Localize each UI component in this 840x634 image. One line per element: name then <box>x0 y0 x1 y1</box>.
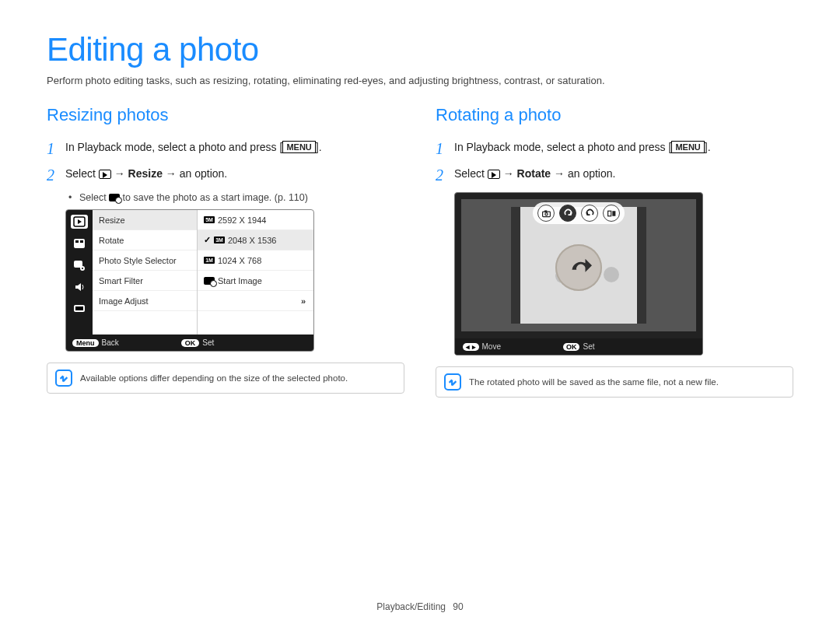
step-number: 2 <box>47 166 65 184</box>
toolbar-camera-icon[interactable] <box>537 205 555 222</box>
menu-button-label: MENU <box>282 141 315 153</box>
step-text: Select → Rotate → an option. <box>454 166 615 182</box>
column-rotating: Rotating a photo 1 In Playback mode, sel… <box>436 105 793 398</box>
svg-rect-8 <box>542 212 550 217</box>
section-title-resizing: Resizing photos <box>47 105 404 125</box>
svg-rect-11 <box>607 211 611 216</box>
move-pill: ◂ ▸ <box>463 343 479 351</box>
note-text: Available options differ depending on th… <box>80 373 348 383</box>
screenshot-footer: ◂ ▸Move OKSet <box>455 338 702 355</box>
size-tag-icon: 5M <box>204 216 215 223</box>
photo-thumbnail <box>520 207 637 324</box>
sub-bullet-start-image: • Select to save the photo as a start im… <box>68 192 404 203</box>
step-number: 2 <box>436 166 454 184</box>
size-option-3m[interactable]: ✓ 3M 2048 X 1536 <box>198 230 313 250</box>
arrow-separator: → <box>500 167 517 180</box>
menu-button-label: MENU <box>671 141 704 153</box>
step-text-prefix: In Playback mode, select a photo and pre… <box>454 141 671 153</box>
menu-item-resize[interactable]: Resize <box>93 210 197 230</box>
menu-pill: Menu <box>72 339 99 347</box>
column-resizing: Resizing photos 1 In Playback mode, sele… <box>47 105 404 398</box>
size-option-start-image[interactable]: Start Image <box>198 271 313 291</box>
size-option-5m[interactable]: 5M 2592 X 1944 <box>198 210 313 230</box>
footer-set-label: Set <box>202 338 214 347</box>
more-glyph: » <box>301 296 306 306</box>
page-intro: Perform photo editing tasks, such as res… <box>47 75 793 86</box>
step-text-prefix: Select <box>65 167 99 180</box>
step-text: In Playback mode, select a photo and pre… <box>65 139 322 156</box>
toolbar-undo-icon[interactable] <box>581 205 598 222</box>
svg-rect-7 <box>75 306 83 310</box>
section-title-rotating: Rotating a photo <box>436 105 793 125</box>
footer-move-label: Move <box>482 342 501 351</box>
playback-icon <box>99 170 111 179</box>
footer-set-label: Set <box>583 342 594 351</box>
size-tag-icon: 3M <box>214 236 225 243</box>
step-text-prefix: Select <box>454 167 488 180</box>
playback-icon <box>488 170 500 179</box>
bullet-dot: • <box>68 192 72 203</box>
check-icon: ✓ <box>204 235 211 245</box>
step-text-suffix: → an option. <box>163 167 227 180</box>
step-text-suffix: ]. <box>705 141 711 153</box>
svg-point-9 <box>544 212 547 215</box>
footer-page-number: 90 <box>453 601 463 612</box>
menu-item-photo-style[interactable]: Photo Style Selector <box>93 250 197 271</box>
size-label: 2048 X 1536 <box>228 236 276 245</box>
svg-rect-3 <box>80 240 83 243</box>
menu-options-list: Resize Rotate Photo Style Selector Smart… <box>93 210 198 335</box>
screenshot-footer: MenuBack OKSet <box>66 335 313 351</box>
sidebar-multishow-icon[interactable] <box>71 236 88 250</box>
footer-section-label: Playback/Editing <box>376 601 446 612</box>
step-text: Select → Resize → an option. <box>65 166 227 182</box>
note-box-resize: Available options differ depending on th… <box>47 363 404 394</box>
step-text-suffix: → an option. <box>551 167 615 180</box>
menu-item-smart-filter[interactable]: Smart Filter <box>93 271 197 291</box>
svg-rect-10 <box>544 210 547 212</box>
sidebar-icons <box>66 210 93 335</box>
toolbar-rotate-right-icon[interactable] <box>559 205 576 222</box>
page-footer: Playback/Editing 90 <box>0 601 840 612</box>
screenshot-rotate-preview: ◂ ▸Move OKSet <box>454 192 703 356</box>
step-number: 1 <box>47 139 65 158</box>
svg-rect-2 <box>75 240 79 243</box>
footer-back: MenuBack <box>72 338 119 347</box>
arrow-separator: → <box>111 167 128 180</box>
note-box-rotate: The rotated photo will be saved as the s… <box>436 366 793 398</box>
sub-bullet-suffix: to save the photo as a start image. (p. … <box>120 192 308 203</box>
size-tag-icon: 1M <box>204 257 215 264</box>
size-option-1m[interactable]: 1M 1024 X 768 <box>198 250 313 271</box>
footer-set: OKSet <box>563 342 595 351</box>
size-label: 1024 X 768 <box>218 256 261 265</box>
note-text: The rotated photo will be saved as the s… <box>469 377 719 387</box>
step-2-rotate: 2 Select → Rotate → an option. <box>436 166 793 184</box>
step-2-resize: 2 Select → Resize → an option. <box>47 166 404 184</box>
start-image-label: Start Image <box>218 276 262 285</box>
sidebar-sound-icon[interactable] <box>71 280 88 294</box>
two-column-layout: Resizing photos 1 In Playback mode, sele… <box>47 105 793 398</box>
footer-set: OKSet <box>181 338 215 347</box>
size-options-list: 5M 2592 X 1944 ✓ 3M 2048 X 1536 1M 1024 … <box>198 210 313 335</box>
footer-move: ◂ ▸Move <box>463 342 501 351</box>
step-1-resize: 1 In Playback mode, select a photo and p… <box>47 139 404 158</box>
footer-back-label: Back <box>102 338 119 347</box>
step-text-prefix: In Playback mode, select a photo and pre… <box>65 141 282 153</box>
toolbar-flip-icon[interactable] <box>603 205 620 222</box>
rotate-toolbar <box>533 202 625 224</box>
sub-bullet-prefix: Select <box>79 192 109 203</box>
sidebar-edit-icon[interactable] <box>71 258 88 272</box>
more-options-indicator[interactable]: » <box>198 291 313 311</box>
menu-item-rotate[interactable]: Rotate <box>93 230 197 250</box>
ok-pill: OK <box>563 343 580 351</box>
note-icon <box>444 373 461 391</box>
svg-rect-1 <box>74 239 85 248</box>
page-title: Editing a photo <box>47 31 793 68</box>
sidebar-playback-icon[interactable] <box>71 215 88 229</box>
menu-item-image-adjust[interactable]: Image Adjust <box>93 291 197 311</box>
svg-rect-12 <box>612 211 615 216</box>
start-image-icon <box>204 277 215 285</box>
step-number: 1 <box>436 139 454 158</box>
start-image-icon <box>109 194 120 201</box>
step-text-suffix: ]. <box>316 141 322 153</box>
sidebar-display-icon[interactable] <box>71 302 88 316</box>
